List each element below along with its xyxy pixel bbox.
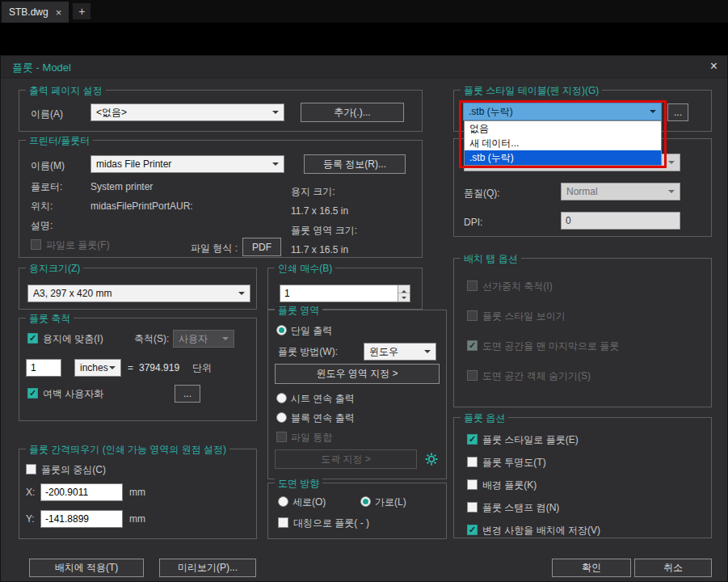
description-label: 설명: [31,220,53,231]
plot-transparency-label: 플롯 투명도(T) [482,457,546,468]
dropdown-option-stb[interactable]: .stb (누락) [465,150,661,165]
mirror-plot-checkbox[interactable] [278,517,288,528]
page-setup-name-combo[interactable]: <없음> [90,103,284,121]
landscape-radio[interactable] [360,496,371,507]
lineweight-scale-label: 선가중치 축척(I) [482,280,553,292]
dialog-body: 출력 페이지 설정 이름(A) <없음> 추가(.)... 프린터/플롯터 이름… [1,78,728,582]
save-changes-checkbox[interactable] [467,525,478,535]
single-output-label: 단일 출력 [291,325,332,336]
dialog-close-icon[interactable]: × [710,59,717,74]
merge-file-checkbox [276,432,287,442]
plot-stamp-checkbox[interactable] [467,502,478,512]
margin-more-button[interactable]: ... [175,385,200,403]
plot-with-styles-checkbox[interactable] [467,434,478,445]
window-area-button[interactable]: 윈도우 영역 지정 > [275,364,440,384]
ok-button[interactable]: 확인 [552,559,631,577]
group-plot-options-title: 플롯 옵션 [461,411,508,425]
offset-y-label: Y: [26,513,35,525]
scale-equals: = [128,362,133,373]
screen: STB.dwg × + 플롯 - Model × 출력 페이지 설정 이름(A)… [0,0,728,582]
plot-stamp-label: 플롯 스탬프 켬(N) [482,502,559,513]
group-copies-title: 인쇄 매수(B) [275,262,335,276]
group-paper-size: 용지크기(Z) A3, 297 x 420 mm [19,268,257,310]
center-plot-checkbox[interactable] [26,464,36,474]
mirror-plot-label: 대칭으로 플롯( - ) [293,517,369,529]
dpi-input: 0 [561,212,680,230]
style-table-combo-value: .stb (누락) [469,105,513,119]
quality-value: Normal [566,186,598,197]
dropdown-option-new-data[interactable]: 새 데이터... [465,136,661,150]
single-output-radio[interactable] [276,325,287,335]
group-paper-size-title: 용지크기(Z) [26,262,83,276]
plot-method-combo[interactable]: 윈도우 [364,343,436,361]
background-plot-checkbox[interactable] [467,479,478,490]
offset-y-input[interactable]: -141.8899 [40,510,123,528]
plot-transparency-checkbox[interactable] [467,457,478,467]
portrait-radio[interactable] [278,496,288,507]
location-label: 위치: [31,200,53,212]
offset-x-unit: mm [129,487,145,498]
scale-units-combo[interactable]: inches [74,359,121,377]
plot-method-value: 윈도우 [369,345,398,359]
plot-with-styles-label: 플롯 스타일로 플롯(E) [482,434,579,445]
offset-x-input[interactable]: -200.9011 [40,483,123,501]
printer-name-label: 이름(M) [31,160,65,171]
plot-area-size-value: 11.7 x 16.5 in [291,244,348,255]
custom-margin-checkbox[interactable] [27,388,38,399]
stepper-up-icon[interactable] [398,285,410,293]
scale-value1-input[interactable]: 1 [26,359,61,377]
copies-stepper[interactable]: 1 [280,285,410,302]
dropdown-option-none[interactable]: 없음 [465,121,661,136]
hide-paperspace-objects-label: 도면 공간 객체 숨기기(S) [482,370,591,382]
group-plot-scale: 플롯 축척 용지에 맞춤(I) 축척(S): 사용자 1 inches = 37… [19,318,257,421]
background-plot-label: 배경 플롯(K) [482,479,537,491]
plot-method-label: 플롯 방법(W): [278,346,338,357]
sheet-output-label: 시트 연속 출력 [291,393,355,404]
tab-close-icon[interactable]: × [56,6,62,19]
apply-to-layout-button[interactable]: 배치에 적용(T) [29,559,144,577]
scale-combo-value: 사용자 [179,332,208,346]
pdf-format-button[interactable]: PDF [242,238,281,256]
group-orientation: 도면 방향 세로(O) 가로(L) 대칭으로 플롯( - ) [267,483,447,539]
group-style-table-title: 플롯 스타일 테이블(펜 지정)(G) [461,84,602,98]
gear-icon[interactable] [425,453,438,466]
new-tab-button[interactable]: + [73,3,90,19]
plot-to-file-label: 파일로 플롯(F) [46,239,110,251]
paper-size-info-value: 11.7 x 16.5 in [291,205,348,217]
landscape-label: 가로(L) [375,496,406,508]
group-layout-options-title: 배치 탭 옵션 [461,252,521,266]
group-printer-title: 프린터/플롯터 [26,134,93,148]
dialog-titlebar: 플롯 - Model × [1,56,727,78]
paperspace-last-label: 도면 공간을 맨 마지막으로 플롯 [482,340,619,352]
fit-to-paper-label: 용지에 맞춤(I) [43,333,103,344]
frame-select-button: 도곽 지정 > [275,449,417,469]
preview-button[interactable]: 미리보기(P)... [159,559,256,577]
group-plot-offset: 플롯 간격띄우기 (인쇄 가능 영역의 원점 설정) 플롯의 중심(C) X: … [19,449,257,539]
add-page-setup-button[interactable]: 추가(.)... [301,103,404,122]
fit-to-paper-checkbox[interactable] [27,333,38,344]
style-table-dropdown-list: 없음 새 데이터... .stb (누락) [464,120,662,166]
group-layout-options: 배치 탭 옵션 선가중치 축척(I) 플롯 스타일 보이기 도면 공간을 맨 마… [453,258,712,407]
style-table-combo[interactable]: .stb (누락) [463,103,662,120]
save-changes-label: 변경 사항을 배치에 저장(V) [482,525,600,536]
tab-label: STB.dwg [9,6,48,18]
printer-properties-button[interactable]: 등록 정보(R)... [304,154,406,174]
block-output-radio[interactable] [276,412,287,423]
group-plot-scale-title: 플롯 축척 [26,312,74,326]
printer-name-combo[interactable]: midas File Printer [90,155,284,173]
group-page-setup-title: 출력 페이지 설정 [26,84,106,98]
sheet-output-radio[interactable] [276,393,287,403]
stepper-down-icon[interactable] [398,293,410,302]
tab-stb-dwg[interactable]: STB.dwg × [2,2,69,23]
paper-size-combo[interactable]: A3, 297 x 420 mm [27,285,250,302]
cancel-button[interactable]: 취소 [634,559,712,577]
quality-combo: Normal [561,183,680,200]
group-plot-area-title: 플롯 영역 [275,304,322,318]
page-setup-name-value: <없음> [96,106,127,120]
plot-to-file-checkbox [31,239,41,250]
block-output-label: 블록 연속 출력 [291,412,355,424]
scale-units-combo-value: inches [80,362,108,373]
group-orientation-title: 도면 방향 [275,477,322,491]
style-table-more-button[interactable]: ... [667,103,688,121]
dpi-label: DPI: [464,217,482,228]
